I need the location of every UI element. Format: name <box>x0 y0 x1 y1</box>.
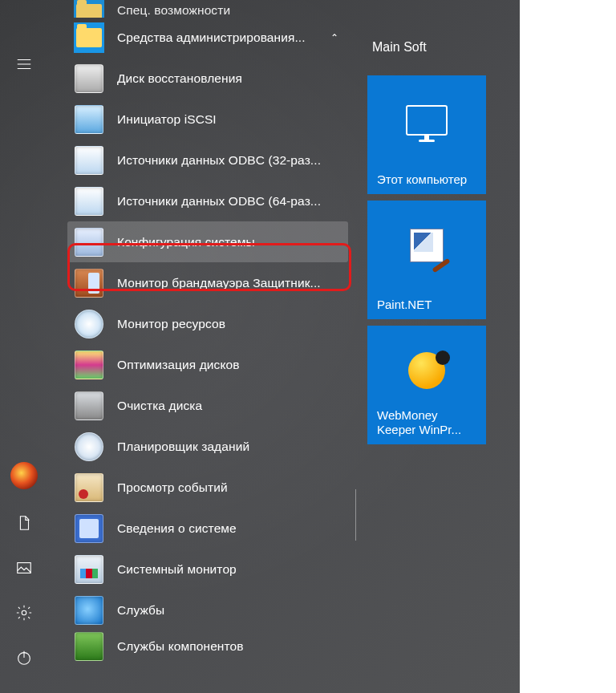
sysinfo-icon <box>74 513 104 544</box>
svg-point-1 <box>22 610 26 615</box>
app-label: Спец. возможности <box>117 3 348 18</box>
odbc-icon <box>74 145 104 176</box>
app-label: Службы <box>117 603 348 618</box>
app-label: Диск восстановления <box>117 71 348 86</box>
app-item-firewall-monitor[interactable]: Монитор брандмауэра Защитник... <box>67 262 348 303</box>
disk-icon <box>74 63 104 94</box>
app-label: Службы компонентов <box>117 639 348 654</box>
start-menu: Спец. возможности Средства администриров… <box>0 0 520 693</box>
tile-group: Main Soft Этот компьютер Paint.NET WebMo… <box>367 40 512 451</box>
app-item-event-viewer[interactable]: Просмотр событий <box>67 467 348 508</box>
app-item-msconfig[interactable]: Конфигурация системы <box>67 221 348 262</box>
component-services-icon <box>74 631 104 662</box>
tile-label: WebMoney Keeper WinPr... <box>377 408 476 439</box>
hamburger-button[interactable] <box>6 47 42 82</box>
pictures-button[interactable] <box>6 550 42 586</box>
app-item-odbc64[interactable]: Источники данных ODBC (64-раз... <box>67 180 348 221</box>
rail <box>0 0 48 693</box>
tile-webmoney[interactable]: WebMoney Keeper WinPr... <box>367 326 486 444</box>
app-item-task-scheduler[interactable]: Планировщик заданий <box>67 426 348 467</box>
app-label: Планировщик заданий <box>117 440 348 454</box>
defrag-icon <box>74 350 104 380</box>
app-item-resource-monitor[interactable]: Монитор ресурсов <box>67 303 348 344</box>
tile-group-heading[interactable]: Main Soft <box>372 40 512 55</box>
svg-rect-0 <box>18 563 31 573</box>
cleanup-icon <box>74 391 104 421</box>
app-item-services[interactable]: Службы <box>67 590 348 630</box>
app-label: Конфигурация системы <box>117 235 348 249</box>
resource-monitor-icon <box>74 309 104 339</box>
app-label: Монитор брандмауэра Защитник... <box>117 276 348 290</box>
app-item-accessibility[interactable]: Спец. возможности <box>67 0 348 18</box>
app-item-system-info[interactable]: Сведения о системе <box>67 508 348 549</box>
folder-icon <box>74 0 104 18</box>
app-item-component-services[interactable]: Службы компонентов <box>67 630 348 663</box>
app-label: Монитор ресурсов <box>117 317 348 331</box>
webmoney-icon <box>408 352 445 389</box>
app-label: Источники данных ODBC (32-раз... <box>117 153 348 168</box>
firewall-icon <box>74 268 104 298</box>
tile-label: Paint.NET <box>377 298 476 313</box>
app-label: Источники данных ODBC (64-раз... <box>117 194 348 209</box>
pc-icon <box>406 105 448 136</box>
services-icon <box>74 595 104 626</box>
settings-button[interactable] <box>6 595 42 630</box>
power-button[interactable] <box>6 640 42 675</box>
app-label: Системный монитор <box>117 562 348 577</box>
app-label: Очистка диска <box>117 399 348 413</box>
documents-button[interactable] <box>6 505 42 541</box>
iscsi-icon <box>74 104 104 135</box>
app-label: Средства администрирования... <box>117 30 326 45</box>
app-item-perf-monitor[interactable]: Системный монитор <box>67 549 348 590</box>
event-viewer-icon <box>74 472 104 503</box>
tile-paintnet[interactable]: Paint.NET <box>367 201 486 319</box>
app-label: Сведения о системе <box>117 521 348 536</box>
perfmon-icon <box>74 554 104 585</box>
app-label: Просмотр событий <box>117 480 348 495</box>
tile-label: Этот компьютер <box>377 172 476 188</box>
folder-icon <box>74 22 104 53</box>
app-item-odbc32[interactable]: Источники данных ODBC (32-раз... <box>67 140 348 180</box>
app-item-disk-cleanup[interactable]: Очистка диска <box>67 385 348 426</box>
app-list: Спец. возможности Средства администриров… <box>67 0 348 693</box>
scrollbar-indicator[interactable] <box>355 489 356 541</box>
app-label: Инициатор iSCSI <box>117 112 348 127</box>
user-avatar[interactable] <box>10 462 38 489</box>
msconfig-icon <box>74 227 104 257</box>
app-item-iscsi[interactable]: Инициатор iSCSI <box>67 99 348 140</box>
app-label: Оптимизация дисков <box>117 358 348 372</box>
odbc-icon <box>74 186 104 217</box>
app-folder-admin-tools[interactable]: Средства администрирования... ⌃ <box>67 18 348 58</box>
chevron-up-icon: ⌃ <box>326 32 343 43</box>
tile-this-pc[interactable]: Этот компьютер <box>367 75 486 194</box>
app-item-defrag[interactable]: Оптимизация дисков <box>67 344 348 385</box>
paintnet-icon <box>410 229 444 262</box>
app-item-recovery-drive[interactable]: Диск восстановления <box>67 58 348 99</box>
scheduler-icon <box>74 432 104 462</box>
